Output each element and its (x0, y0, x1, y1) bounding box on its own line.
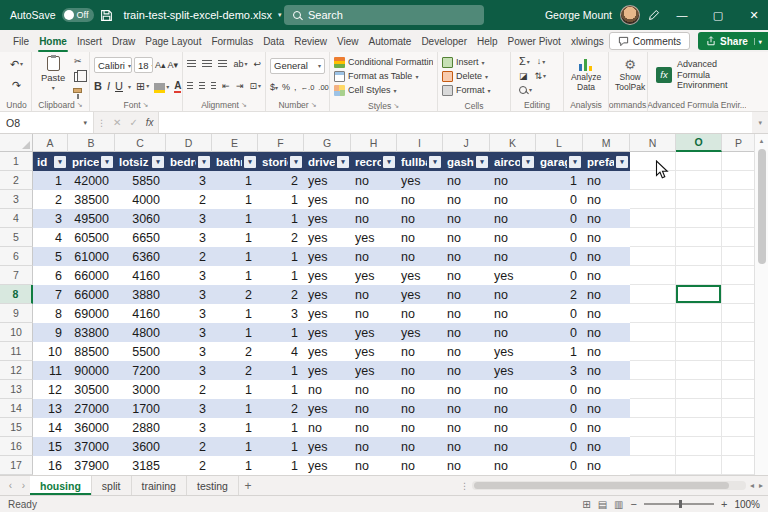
column-header-J[interactable]: J (443, 134, 490, 152)
row-header-2[interactable]: 2 (0, 171, 33, 190)
cell-C8[interactable]: 3880 (115, 285, 166, 304)
ribbon-tab-home[interactable]: Home (34, 30, 72, 52)
cell-J8[interactable]: no (443, 285, 490, 304)
cell-I4[interactable]: no (397, 209, 443, 228)
cell-J2[interactable]: no (443, 171, 490, 190)
cell-F4[interactable]: 1 (258, 209, 304, 228)
row-header-8[interactable]: 8 (0, 285, 33, 304)
cell-F1[interactable]: storie▾ (258, 152, 304, 171)
column-header-N[interactable]: N (630, 134, 676, 152)
formula-bar-grip-icon[interactable]: ⋮ (94, 118, 109, 128)
cell-B5[interactable]: 60500 (68, 228, 115, 247)
scroll-up-icon[interactable]: ▴ (760, 137, 764, 145)
cell-D9[interactable]: 3 (166, 304, 212, 323)
cell-M3[interactable]: no (583, 190, 630, 209)
cell-N12[interactable] (630, 361, 676, 380)
cell-M11[interactable]: no (583, 342, 630, 361)
filter-button-id[interactable]: ▾ (54, 156, 66, 168)
cell-G12[interactable]: yes (304, 361, 351, 380)
cell-H6[interactable]: no (351, 247, 397, 266)
cell-N8[interactable] (630, 285, 676, 304)
cell-J13[interactable]: no (443, 380, 490, 399)
cell-E4[interactable]: 1 (212, 209, 258, 228)
percent-button[interactable]: % (282, 82, 290, 92)
ribbon-tab-view[interactable]: View (332, 30, 364, 52)
scrollbar-grip-icon[interactable]: ⋮ (460, 481, 469, 491)
cell-C13[interactable]: 3000 (115, 380, 166, 399)
cell-O5[interactable] (676, 228, 722, 247)
cell-F14[interactable]: 2 (258, 399, 304, 418)
cell-J7[interactable]: no (443, 266, 490, 285)
cell-L11[interactable]: 1 (536, 342, 583, 361)
cell-A1[interactable]: id▾ (33, 152, 68, 171)
cell-E17[interactable]: 1 (212, 456, 258, 475)
decrease-indent-icon[interactable]: ⇤ (222, 82, 230, 91)
cell-P14[interactable] (722, 399, 754, 418)
cell-H12[interactable]: yes (351, 361, 397, 380)
cell-K4[interactable]: no (490, 209, 536, 228)
cell-G9[interactable]: yes (304, 304, 351, 323)
cell-I10[interactable]: yes (397, 323, 443, 342)
cell-K11[interactable]: yes (490, 342, 536, 361)
cell-A4[interactable]: 3 (33, 209, 68, 228)
filter-button-garag[interactable]: ▾ (569, 156, 581, 168)
cell-A12[interactable]: 11 (33, 361, 68, 380)
cell-J12[interactable]: no (443, 361, 490, 380)
cell-P9[interactable] (722, 304, 754, 323)
cell-H1[interactable]: recro▾ (351, 152, 397, 171)
row-header-11[interactable]: 11 (0, 342, 33, 361)
cell-N6[interactable] (630, 247, 676, 266)
cell-D2[interactable]: 3 (166, 171, 212, 190)
row-header-14[interactable]: 14 (0, 399, 33, 418)
cell-N3[interactable] (630, 190, 676, 209)
cell-D5[interactable]: 3 (166, 228, 212, 247)
cell-C4[interactable]: 3060 (115, 209, 166, 228)
cell-K13[interactable]: no (490, 380, 536, 399)
cell-K17[interactable]: no (490, 456, 536, 475)
cell-O2[interactable] (676, 171, 722, 190)
comma-button[interactable]: , (294, 82, 297, 92)
wrap-text-icon[interactable]: ↩ (253, 60, 261, 69)
cell-A17[interactable]: 16 (33, 456, 68, 475)
scroll-right-icon[interactable]: ▸ (758, 481, 764, 490)
cell-P2[interactable] (722, 171, 754, 190)
cell-O6[interactable] (676, 247, 722, 266)
column-header-M[interactable]: M (583, 134, 630, 152)
maximize-button[interactable]: ▢ (704, 0, 732, 30)
cell-A10[interactable]: 9 (33, 323, 68, 342)
bottom-align-icon[interactable] (218, 60, 227, 68)
select-all-button[interactable] (0, 134, 33, 152)
sheet-tab-split[interactable]: split (92, 476, 132, 495)
cell-B16[interactable]: 37000 (68, 437, 115, 456)
cell-K10[interactable]: no (490, 323, 536, 342)
cell-C15[interactable]: 2880 (115, 418, 166, 437)
cell-A11[interactable]: 10 (33, 342, 68, 361)
cell-C3[interactable]: 4000 (115, 190, 166, 209)
cell-I8[interactable]: yes (397, 285, 443, 304)
row-header-13[interactable]: 13 (0, 380, 33, 399)
row-header-3[interactable]: 3 (0, 190, 33, 209)
currency-button[interactable]: $▾ (270, 82, 278, 92)
cell-I9[interactable]: no (397, 304, 443, 323)
cell-B11[interactable]: 88500 (68, 342, 115, 361)
cell-C7[interactable]: 4160 (115, 266, 166, 285)
cell-I6[interactable]: no (397, 247, 443, 266)
cell-A6[interactable]: 5 (33, 247, 68, 266)
align-right-icon[interactable] (211, 82, 217, 90)
ribbon-tab-power-pivot[interactable]: Power Pivot (503, 30, 566, 52)
cell-A13[interactable]: 12 (33, 380, 68, 399)
column-header-P[interactable]: P (722, 134, 754, 152)
cell-O14[interactable] (676, 399, 722, 418)
cell-L4[interactable]: 0 (536, 209, 583, 228)
vertical-scrollbar[interactable]: ▴ (754, 134, 768, 475)
cell-H2[interactable]: no (351, 171, 397, 190)
cell-D13[interactable]: 2 (166, 380, 212, 399)
cell-N2[interactable] (630, 171, 676, 190)
cell-D10[interactable]: 3 (166, 323, 212, 342)
cell-G7[interactable]: yes (304, 266, 351, 285)
cell-L10[interactable]: 0 (536, 323, 583, 342)
cell-M13[interactable]: no (583, 380, 630, 399)
decrease-decimal-icon[interactable]: .00→ (318, 83, 330, 92)
insert-function-button[interactable]: fx (142, 117, 158, 128)
cell-H4[interactable]: no (351, 209, 397, 228)
